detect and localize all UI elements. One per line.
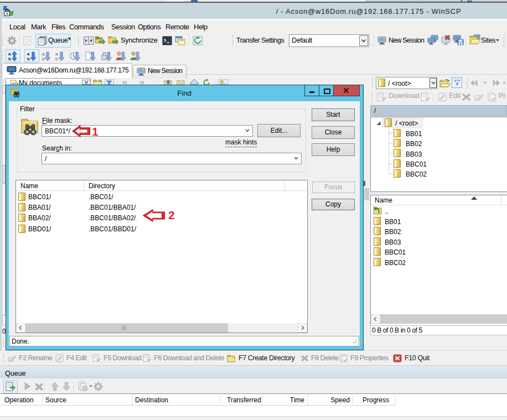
svg-text:x: x [9, 358, 11, 361]
svg-text:a: a [55, 51, 58, 56]
svg-text:b: b [55, 56, 58, 61]
svg-text:b: b [27, 56, 30, 61]
svg-text:a: a [8, 51, 11, 56]
svg-text:.a: .a [41, 51, 45, 56]
svg-text:x: x [476, 97, 478, 100]
svg-text:.b: .b [41, 56, 45, 61]
svg-text:b: b [8, 56, 11, 61]
svg-text:a: a [27, 51, 30, 56]
